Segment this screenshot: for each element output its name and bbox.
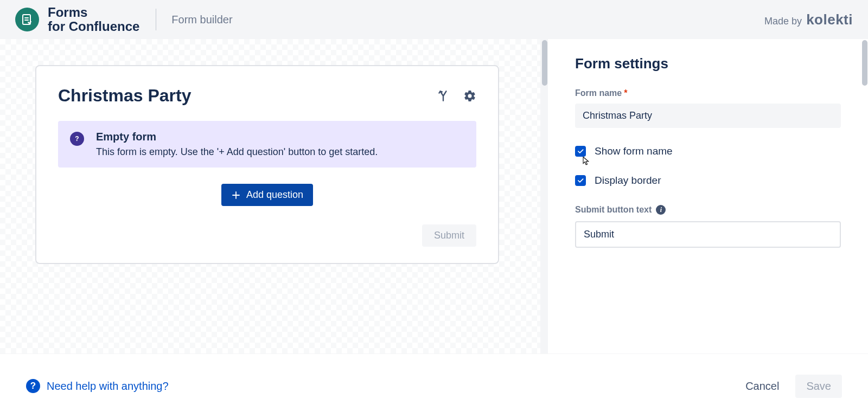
gear-icon[interactable] bbox=[463, 89, 476, 102]
empty-banner-text: This form is empty. Use the '+ Add quest… bbox=[96, 146, 378, 158]
display-border-label: Display border bbox=[595, 175, 661, 187]
display-border-checkbox[interactable] bbox=[575, 175, 586, 186]
cursor-icon bbox=[582, 155, 591, 167]
settings-scrollbar[interactable] bbox=[860, 39, 868, 353]
form-card-header: Christmas Party bbox=[58, 86, 476, 106]
branch-icon[interactable] bbox=[436, 89, 450, 103]
add-question-label: Add question bbox=[246, 189, 303, 201]
submit-text-label: Submit button text bbox=[575, 205, 652, 215]
svg-text:?: ? bbox=[75, 135, 79, 143]
check-icon bbox=[577, 147, 584, 155]
form-title: Christmas Party bbox=[58, 86, 436, 106]
form-name-label: Form name* bbox=[575, 88, 841, 98]
help-text: Need help with anything? bbox=[47, 380, 169, 393]
show-form-name-label: Show form name bbox=[595, 145, 673, 157]
settings-scroll-thumb[interactable] bbox=[862, 40, 867, 86]
breadcrumb: Form builder bbox=[171, 14, 232, 26]
form-canvas: Christmas Party bbox=[0, 39, 548, 353]
footer: ? Need help with anything? Cancel Save bbox=[0, 353, 868, 418]
empty-banner-title: Empty form bbox=[96, 131, 378, 143]
settings-panel: Form settings Form name* Show form name … bbox=[548, 39, 868, 353]
submit-preview-button[interactable]: Submit bbox=[422, 224, 476, 247]
check-icon bbox=[577, 177, 584, 184]
question-circle-icon: ? bbox=[70, 132, 84, 146]
app-title-line1: Forms bbox=[48, 5, 139, 20]
empty-form-banner: ? Empty form This form is empty. Use the… bbox=[58, 121, 476, 168]
help-icon: ? bbox=[26, 379, 40, 393]
save-button[interactable]: Save bbox=[795, 375, 842, 398]
brand-attribution: Made by kolekti bbox=[764, 11, 853, 28]
made-by-label: Made by bbox=[764, 16, 802, 27]
show-form-name-checkbox[interactable] bbox=[575, 146, 586, 157]
settings-heading: Form settings bbox=[575, 55, 841, 72]
app-logo-icon bbox=[15, 8, 39, 31]
form-name-input[interactable] bbox=[575, 104, 841, 128]
brand-name: kolekti bbox=[806, 11, 853, 28]
info-icon[interactable]: i bbox=[656, 205, 666, 215]
add-question-button[interactable]: Add question bbox=[221, 184, 313, 206]
cancel-button[interactable]: Cancel bbox=[745, 380, 779, 393]
main-area: Christmas Party bbox=[0, 39, 868, 353]
app-title: Forms for Confluence bbox=[48, 5, 139, 34]
header-divider bbox=[156, 9, 156, 30]
plus-icon bbox=[231, 190, 241, 200]
help-link[interactable]: ? Need help with anything? bbox=[26, 379, 169, 393]
app-title-line2: for Confluence bbox=[48, 20, 139, 34]
canvas-scroll-thumb[interactable] bbox=[542, 40, 547, 86]
form-card[interactable]: Christmas Party bbox=[35, 65, 499, 264]
app-header: Forms for Confluence Form builder Made b… bbox=[0, 0, 868, 39]
submit-text-input[interactable] bbox=[575, 221, 841, 248]
required-star-icon: * bbox=[624, 88, 627, 98]
canvas-scrollbar[interactable] bbox=[540, 39, 548, 353]
